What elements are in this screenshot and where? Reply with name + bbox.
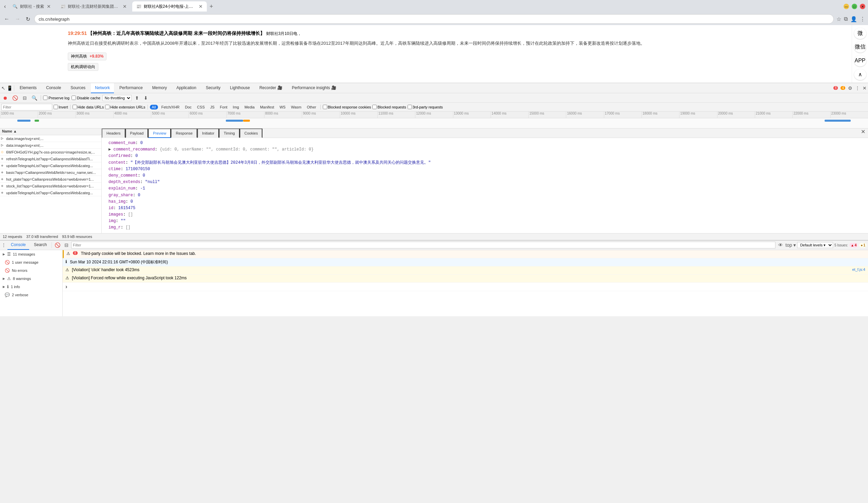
third-party-checkbox[interactable] <box>407 105 412 109</box>
wechat-icon[interactable]: 微信 <box>854 42 866 53</box>
window-maximize[interactable]: □ <box>852 4 857 9</box>
request-item-9[interactable]: ◈ updateTelegraphList?app=CailianpressWe… <box>0 189 101 196</box>
tab-elements[interactable]: Elements <box>16 83 41 93</box>
detail-tab-cookies[interactable]: Cookies <box>240 128 263 138</box>
collapse-icon[interactable]: ∧ <box>854 69 866 80</box>
reload-button[interactable]: ↻ <box>24 14 32 24</box>
tab-sources[interactable]: Sources <box>66 83 90 93</box>
export-har-button[interactable]: ⬆ <box>134 95 141 101</box>
tab-network[interactable]: Network <box>91 83 114 93</box>
detail-tab-initiator[interactable]: Initiator <box>197 128 219 138</box>
sidebar-item-messages[interactable]: ▶ ☰ 11 messages <box>0 250 62 258</box>
clear-button[interactable]: 🚫 <box>11 95 19 101</box>
filter-doc[interactable]: Doc <box>183 105 194 109</box>
filter-img[interactable]: Img <box>231 105 241 109</box>
hide-data-urls-checkbox[interactable] <box>73 105 77 109</box>
tab-recorder[interactable]: Recorder 🎥 <box>255 83 287 93</box>
blocked-cookies-label[interactable]: Blocked response cookies <box>323 105 371 109</box>
url-box[interactable]: cls.cn/telegraph <box>34 14 834 24</box>
sidebar-item-user[interactable]: 🚫 1 user message <box>0 258 62 266</box>
sidebar-item-info[interactable]: ▶ ℹ 1 info <box>0 283 62 291</box>
request-item-8[interactable]: ◈ stock_list?app=CailianpressWeb&os=web&… <box>0 183 101 189</box>
new-tab-button[interactable]: + <box>208 2 215 11</box>
request-item-1[interactable]: ▷ data:image/svg+xml;... <box>0 135 101 142</box>
violation-1-source[interactable]: et_f.js:4 <box>852 268 865 272</box>
json-line-2[interactable]: ▶ comment_recommand: {uid: 0, userName: … <box>106 146 864 153</box>
devtools-device-icon[interactable]: 📱 <box>7 85 12 91</box>
blocked-cookies-checkbox[interactable] <box>323 105 327 109</box>
stock-tag[interactable]: 神州高铁 +9.83% <box>68 53 106 60</box>
tab-application[interactable]: Application <box>172 83 200 93</box>
tab-close-2[interactable]: ✕ <box>123 4 127 9</box>
tab-3[interactable]: 📰 财联社A股24小时电报-上市公... ✕ <box>132 1 207 11</box>
hide-data-urls-label[interactable]: Hide data URLs <box>73 105 104 109</box>
request-list[interactable]: Name ▲ ▷ data:image/svg+xml;... ▷ data:i… <box>0 128 102 233</box>
tab-scroll-left[interactable]: ‹ <box>3 2 7 11</box>
filter-css[interactable]: CSS <box>195 105 207 109</box>
filter-toggle-button[interactable]: ⊟ <box>21 95 28 101</box>
console-msg-expand[interactable]: › <box>63 283 868 291</box>
request-item-3[interactable]: ◇ 6WFOHGdGYH.jpg?x-oss-process=image/res… <box>0 149 101 156</box>
console-filter-input[interactable] <box>71 242 775 249</box>
tab-perf-insights[interactable]: Performance insights 🎥 <box>288 83 340 93</box>
clear-console-button[interactable]: 🚫 <box>53 242 62 249</box>
split-icon[interactable]: ⧉ <box>844 16 848 22</box>
detail-tab-payload[interactable]: Payload <box>125 128 148 138</box>
disable-cache-checkbox[interactable] <box>72 96 76 100</box>
research-btn[interactable]: 机构调研动向 <box>68 63 98 71</box>
profile-icon[interactable]: 👤 <box>850 16 857 22</box>
detail-tab-preview[interactable]: Preview <box>148 128 171 138</box>
disable-cache-label[interactable]: Disable cache <box>72 96 100 100</box>
detail-tab-headers[interactable]: Headers <box>102 128 125 138</box>
bookmark-icon[interactable]: ☆ <box>836 16 841 22</box>
detail-close-button[interactable]: ✕ <box>858 128 868 138</box>
tab-security[interactable]: Security <box>202 83 225 93</box>
request-item-7[interactable]: ◈ hot_plate?app=CailianpressWeb&os=web&r… <box>0 176 101 183</box>
tab-close-3[interactable]: ✕ <box>199 4 203 9</box>
filter-manifest[interactable]: Manifest <box>258 105 276 109</box>
console-filter-icon[interactable]: ⊟ <box>63 242 70 249</box>
window-minimize[interactable]: — <box>844 4 849 9</box>
filter-font[interactable]: Font <box>218 105 229 109</box>
tab-close-1[interactable]: ✕ <box>47 4 51 9</box>
forward-button[interactable]: → <box>13 14 22 23</box>
search-button[interactable]: 🔍 <box>30 95 39 101</box>
tab-console[interactable]: Console <box>42 83 65 93</box>
filter-other[interactable]: Other <box>305 105 318 109</box>
more-icon[interactable]: ⋮ <box>860 16 865 22</box>
preserve-log-label[interactable]: Preserve log <box>43 96 70 100</box>
tab-1[interactable]: 🔍 财联社 - 搜索 ✕ <box>9 1 55 11</box>
import-har-button[interactable]: ⬇ <box>142 95 149 101</box>
sidebar-item-verbose[interactable]: 💬 2 verbose <box>0 291 62 299</box>
sidebar-item-warnings[interactable]: ▶ ⚠ 8 warnings <box>0 274 62 283</box>
filter-wasm[interactable]: Wasm <box>289 105 303 109</box>
third-party-label[interactable]: 3rd-party requests <box>407 105 443 109</box>
detail-tab-response[interactable]: Response <box>171 128 197 138</box>
filter-fetch-xhr[interactable]: Fetch/XHR <box>159 105 182 109</box>
settings-icon[interactable]: ⚙ <box>848 85 852 91</box>
weibo-icon[interactable]: 微 <box>854 28 866 39</box>
hide-ext-urls-checkbox[interactable] <box>105 105 110 109</box>
sidebar-item-errors[interactable]: 🚫 No errors <box>0 266 62 274</box>
detail-tab-timing[interactable]: Timing <box>219 128 240 138</box>
blocked-requests-label[interactable]: Blocked requests <box>372 105 406 109</box>
preserve-log-checkbox[interactable] <box>43 96 48 100</box>
expand-arrow-icon[interactable]: › <box>65 284 67 290</box>
console-more-icon[interactable]: ⋮ <box>1 242 6 248</box>
invert-checkbox[interactable] <box>54 105 58 109</box>
blocked-requests-checkbox[interactable] <box>372 105 377 109</box>
window-close[interactable]: ✕ <box>860 4 865 9</box>
record-button[interactable]: ⏺ <box>1 95 9 101</box>
filter-media[interactable]: Media <box>242 105 257 109</box>
more-devtools-icon[interactable]: ⋮ <box>855 85 860 91</box>
tab-2[interactable]: 📰 财联社-主流财经新闻集团和报... ✕ <box>56 1 131 11</box>
app-icon[interactable]: APP <box>854 55 866 66</box>
console-eye-icon[interactable]: 👁 <box>777 242 784 249</box>
filter-input[interactable] <box>1 104 52 111</box>
console-tab-console[interactable]: Console <box>8 240 29 250</box>
invert-label[interactable]: Invert <box>54 105 68 109</box>
tab-performance[interactable]: Performance <box>115 83 147 93</box>
request-item-4[interactable]: ◈ refreshTelegraphList?app=CailianpressW… <box>0 156 101 163</box>
filter-ws[interactable]: WS <box>277 105 288 109</box>
close-devtools-icon[interactable]: ✕ <box>862 85 867 91</box>
